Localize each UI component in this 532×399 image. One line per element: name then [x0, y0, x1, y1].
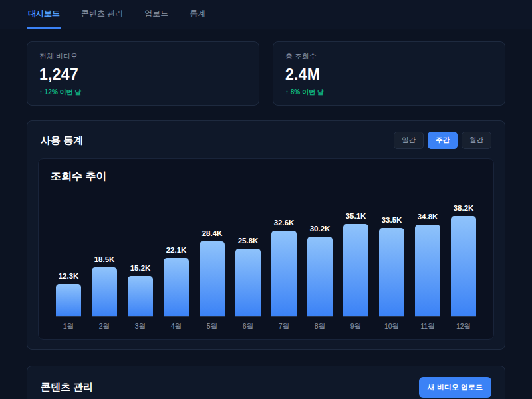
bar-value-label: 34.8K	[418, 213, 438, 221]
range-button-daily[interactable]: 일간	[394, 132, 424, 149]
bar-column: 12.3K1월	[51, 193, 86, 331]
bar-area: 18.5K	[92, 193, 117, 317]
x-axis-label: 2월	[92, 322, 117, 331]
bar-column: 15.2K3월	[122, 193, 158, 331]
bar-value-label: 15.2K	[130, 264, 151, 272]
x-axis-label: 1월	[56, 322, 81, 331]
x-axis-label: 4월	[164, 322, 189, 331]
bar[interactable]	[56, 284, 81, 316]
x-axis-label: 3월	[128, 322, 153, 331]
x-axis-label: 10월	[379, 322, 404, 331]
x-axis-label: 5월	[200, 322, 225, 331]
chart-title: 조회수 추이	[51, 170, 481, 184]
bar-column: 35.1K9월	[338, 193, 374, 331]
content-header: 콘텐츠 관리 새 비디오 업로드	[38, 377, 494, 399]
bar-area: 38.2K	[451, 193, 476, 317]
bar-value-label: 30.2K	[310, 225, 331, 233]
bar-area: 25.8K	[235, 193, 261, 317]
bar-value-label: 25.8K	[238, 237, 259, 245]
bar-area: 33.5K	[379, 193, 404, 317]
page-body: 전체 비디오 1,247 ↑ 12% 이번 달 총 조회수 2.4M ↑ 8% …	[0, 29, 532, 399]
tab-statistics[interactable]: 통계	[188, 0, 207, 29]
stat-delta: ↑ 12% 이번 달	[39, 88, 247, 97]
content-title: 콘텐츠 관리	[41, 381, 93, 394]
bar-column: 32.6K7월	[266, 193, 302, 331]
new-video-upload-button[interactable]: 새 비디오 업로드	[419, 377, 491, 398]
x-axis-label: 11월	[415, 322, 440, 331]
stat-delta: ↑ 8% 이번 달	[285, 88, 493, 97]
range-button-monthly[interactable]: 월간	[462, 132, 491, 149]
bar[interactable]	[200, 241, 225, 316]
bar[interactable]	[235, 249, 261, 316]
bar-value-label: 12.3K	[59, 272, 79, 280]
x-axis-label: 12월	[451, 322, 476, 331]
top-nav: 대시보드 콘텐츠 관리 업로드 통계	[0, 0, 532, 29]
bar-value-label: 38.2K	[454, 204, 474, 212]
bar-value-label: 22.1K	[166, 246, 187, 254]
bar-column: 18.5K2월	[86, 193, 122, 331]
bar-column: 22.1K4월	[158, 193, 194, 331]
stat-value: 2.4M	[285, 66, 493, 84]
bar-value-label: 28.4K	[202, 229, 223, 237]
range-button-weekly[interactable]: 주간	[428, 132, 458, 149]
bar-column: 28.4K5월	[194, 193, 230, 331]
bar-area: 30.2K	[307, 193, 332, 317]
bar-value-label: 32.6K	[274, 219, 295, 227]
stats-row: 전체 비디오 1,247 ↑ 12% 이번 달 총 조회수 2.4M ↑ 8% …	[27, 41, 505, 106]
bar-area: 28.4K	[200, 193, 225, 317]
usage-stats-card: 사용 통계 일간 주간 월간 조회수 추이 12.3K1월18.5K2월15.2…	[27, 120, 505, 350]
stat-label: 전체 비디오	[39, 51, 247, 61]
views-trend-chart-panel: 조회수 추이 12.3K1월18.5K2월15.2K3월22.1K4월28.4K…	[38, 158, 494, 340]
x-axis-label: 8월	[307, 322, 332, 331]
bar[interactable]	[415, 225, 440, 316]
bar-area: 35.1K	[343, 193, 368, 317]
bar-area: 32.6K	[271, 193, 297, 317]
bar[interactable]	[164, 258, 189, 316]
x-axis-label: 6월	[235, 322, 261, 331]
bar-column: 33.5K10월	[374, 193, 410, 331]
bar-column: 34.8K11월	[410, 193, 446, 331]
range-toggle-group: 일간 주간 월간	[394, 132, 491, 149]
bar-value-label: 35.1K	[346, 212, 366, 220]
bar-area: 15.2K	[128, 193, 153, 317]
tab-upload[interactable]: 업로드	[143, 0, 170, 29]
bar-column: 38.2K12월	[446, 193, 481, 331]
tab-dashboard[interactable]: 대시보드	[27, 0, 61, 29]
usage-title: 사용 통계	[41, 134, 83, 147]
bar[interactable]	[128, 276, 153, 316]
bar-area: 34.8K	[415, 193, 440, 317]
bar[interactable]	[451, 216, 476, 316]
stat-value: 1,247	[39, 66, 247, 84]
bar-column: 30.2K8월	[302, 193, 338, 331]
bar-value-label: 18.5K	[94, 255, 115, 263]
content-management-card: 콘텐츠 관리 새 비디오 업로드 비디오 파일을 드래그하거나 클릭하여 업로드…	[27, 366, 505, 399]
bar-area: 22.1K	[164, 193, 189, 317]
stat-card-total-videos: 전체 비디오 1,247 ↑ 12% 이번 달	[27, 41, 259, 106]
bar-chart: 12.3K1월18.5K2월15.2K3월22.1K4월28.4K5월25.8K…	[51, 193, 481, 331]
stat-label: 총 조회수	[285, 51, 493, 61]
x-axis-label: 7월	[271, 322, 297, 331]
bar[interactable]	[343, 224, 368, 316]
bar-column: 25.8K6월	[230, 193, 266, 331]
bar[interactable]	[379, 228, 404, 316]
stat-card-total-views: 총 조회수 2.4M ↑ 8% 이번 달	[273, 41, 505, 106]
x-axis-label: 9월	[343, 322, 368, 331]
bar[interactable]	[92, 267, 117, 316]
bar-area: 12.3K	[56, 193, 81, 317]
tab-content-management[interactable]: 콘텐츠 관리	[80, 0, 124, 29]
bar[interactable]	[307, 237, 332, 316]
bar-value-label: 33.5K	[382, 216, 402, 224]
bar[interactable]	[271, 231, 297, 316]
usage-header: 사용 통계 일간 주간 월간	[38, 132, 494, 158]
